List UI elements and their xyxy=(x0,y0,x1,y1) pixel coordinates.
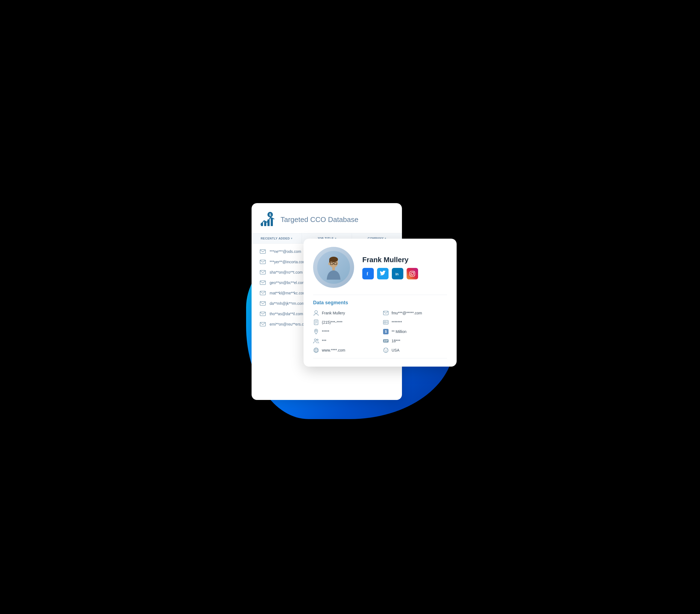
data-item-name: Frank Mullery xyxy=(313,310,377,316)
card-header: $ Targeted CCO Database xyxy=(252,211,402,233)
svg-point-27 xyxy=(315,311,317,313)
svg-rect-20 xyxy=(332,267,335,271)
email-address: da**mh@jk**rm.com xyxy=(270,301,304,306)
email-address: ***yer**@incorta.com xyxy=(270,260,306,264)
svg-point-45 xyxy=(384,348,388,353)
data-grid: Frank Mullery fmu***@*****.com xyxy=(313,310,447,353)
svg-point-40 xyxy=(317,339,318,341)
avatar xyxy=(313,247,354,288)
data-item-phone: (215)***-**** xyxy=(313,319,377,325)
email-address: emi**on@reu**ers.com xyxy=(270,322,309,326)
data-segments-title: Data segments xyxy=(313,300,447,306)
profile-card: Frank Mullery f in xyxy=(303,239,457,367)
employees-value: *** xyxy=(322,339,326,343)
svg-point-26 xyxy=(413,272,414,273)
svg-rect-24 xyxy=(410,271,415,276)
email-icon xyxy=(260,301,266,306)
svg-point-42 xyxy=(315,348,317,353)
email-value: fmu***@*****.com xyxy=(391,311,422,315)
filter-recently-added[interactable]: RECENTLY ADDED ▾ xyxy=(252,234,302,243)
linkedin-icon[interactable]: in xyxy=(392,268,403,279)
svg-rect-28 xyxy=(383,311,388,315)
scene: $ Targeted CCO Database RECENTLY ADDED ▾… xyxy=(238,195,462,419)
email-icon xyxy=(260,249,266,254)
svg-point-39 xyxy=(314,339,316,341)
data-item-country: USA xyxy=(383,347,447,353)
svg-rect-10 xyxy=(260,291,265,295)
avatar-inner xyxy=(317,251,350,284)
country-icon xyxy=(383,347,389,353)
data-item-zip: ZIP 18*** xyxy=(383,338,447,344)
svg-point-21 xyxy=(328,262,330,265)
person-icon xyxy=(313,310,319,316)
employees-icon xyxy=(313,338,319,344)
svg-rect-6 xyxy=(260,250,265,253)
country-value: USA xyxy=(391,348,400,352)
svg-text:$: $ xyxy=(269,213,271,217)
svg-rect-2 xyxy=(261,223,263,226)
email-field-icon xyxy=(383,310,389,316)
email-icon xyxy=(260,270,266,275)
svg-rect-4 xyxy=(267,220,270,226)
email-address: mat**kl@me**kc.com xyxy=(270,291,306,295)
facebook-icon[interactable]: f xyxy=(362,268,374,279)
svg-rect-29 xyxy=(314,320,318,325)
id-icon xyxy=(383,319,389,325)
email-icon xyxy=(260,322,266,326)
zip-badge: ZIP xyxy=(383,339,389,342)
website-value: www.****.com xyxy=(322,348,345,352)
instagram-icon[interactable] xyxy=(407,268,418,279)
svg-rect-9 xyxy=(260,281,265,285)
bottom-divider xyxy=(313,358,447,359)
svg-text:f: f xyxy=(367,272,368,276)
location-icon xyxy=(313,329,319,335)
profile-info: Frank Mullery f in xyxy=(362,255,447,279)
revenue-value: ** Million xyxy=(391,329,406,334)
svg-point-38 xyxy=(315,330,317,331)
svg-rect-5 xyxy=(271,218,273,226)
chevron-down-icon: ▾ xyxy=(291,237,292,240)
email-icon xyxy=(260,280,266,285)
data-item-website: www.****.com xyxy=(313,347,377,353)
location-value: ***** xyxy=(322,329,329,334)
globe-icon xyxy=(313,347,319,353)
svg-rect-7 xyxy=(260,260,265,264)
svg-rect-3 xyxy=(264,221,266,226)
email-icon xyxy=(260,260,266,264)
svg-rect-11 xyxy=(260,302,265,305)
data-item-employees: *** xyxy=(313,338,377,344)
svg-point-41 xyxy=(314,348,318,353)
svg-rect-12 xyxy=(260,312,265,316)
person-illustration xyxy=(321,255,346,280)
id-value: ******* xyxy=(391,320,402,325)
profile-name: Frank Mullery xyxy=(362,255,447,264)
email-address: ***ne***@ods.com xyxy=(270,249,301,254)
email-address: geo**sn@bc**el.com xyxy=(270,280,305,285)
logo-icon: $ xyxy=(260,211,276,228)
dollar-badge: $ xyxy=(383,329,389,334)
data-item-id: ******* xyxy=(383,319,447,325)
svg-point-25 xyxy=(411,272,413,275)
phone-icon xyxy=(313,319,319,325)
profile-top: Frank Mullery f in xyxy=(313,247,447,288)
twitter-icon[interactable] xyxy=(377,268,389,279)
svg-rect-13 xyxy=(260,322,265,326)
page-title: Targeted CCO Database xyxy=(280,215,359,224)
phone-value: (215)***-**** xyxy=(322,320,342,325)
data-item-email: fmu***@*****.com xyxy=(383,310,447,316)
email-icon xyxy=(260,312,266,316)
zip-value: 18*** xyxy=(391,339,400,343)
data-item-location: ***** xyxy=(313,329,377,335)
data-item-revenue: $ ** Million xyxy=(383,329,447,335)
svg-point-35 xyxy=(384,322,386,323)
email-address: tho**as@da**il.com xyxy=(270,312,303,316)
svg-rect-16 xyxy=(329,260,330,263)
email-icon xyxy=(260,291,266,295)
svg-rect-8 xyxy=(260,271,265,274)
dollar-icon: $ xyxy=(383,329,389,335)
full-name-value: Frank Mullery xyxy=(322,311,345,315)
svg-text:in: in xyxy=(396,272,399,276)
email-address: sha**on@ro**t.com xyxy=(270,270,303,275)
zip-icon: ZIP xyxy=(383,338,389,344)
social-icons: f in xyxy=(362,268,447,279)
